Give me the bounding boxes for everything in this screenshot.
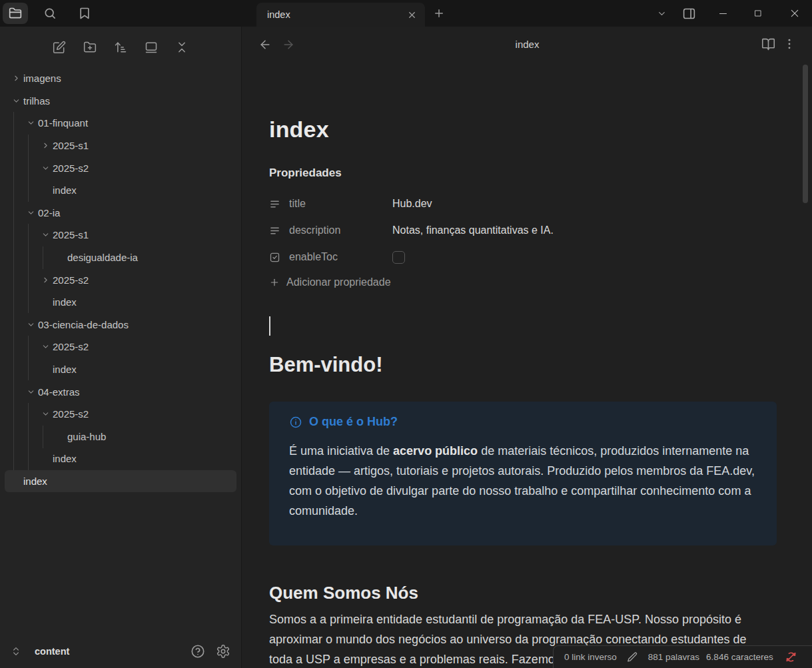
toggle-right-sidebar-icon[interactable] — [681, 0, 697, 27]
tree-item-folder[interactable]: 2025-s2 — [5, 268, 236, 291]
folder-icon — [9, 7, 22, 20]
text-property-icon[interactable] — [269, 198, 281, 210]
tree-item-file[interactable]: index — [5, 291, 236, 314]
chevron-down-icon[interactable] — [24, 119, 38, 127]
collapse-all-icon[interactable] — [173, 39, 191, 56]
sync-disabled-icon[interactable] — [785, 651, 797, 663]
enabletoc-checkbox[interactable] — [392, 251, 405, 264]
heading-bem-vindo[interactable]: Bem-vindo! — [269, 353, 383, 377]
search-tab-button[interactable] — [37, 3, 63, 24]
character-count: 6.846 caracteres — [706, 652, 773, 662]
tab-list-chevron-icon[interactable] — [653, 0, 669, 27]
tree-item-folder[interactable]: 03-ciencia-de-dados — [5, 314, 236, 336]
vault-row: content — [0, 635, 241, 668]
property-name[interactable]: enableToc — [289, 251, 338, 263]
tree-item-label: guia-hub — [67, 431, 106, 442]
bookmarks-tab-button[interactable] — [72, 3, 97, 24]
callout-title-row: O que é o Hub? — [289, 415, 757, 429]
tree-item-file-selected[interactable]: index — [5, 470, 236, 493]
info-callout[interactable]: O que é o Hub? É uma iniciativa de acerv… — [269, 402, 777, 545]
backlinks-count[interactable]: 0 link inverso — [564, 652, 617, 662]
add-property-label: Adicionar propriedade — [286, 276, 391, 288]
chevron-down-icon[interactable] — [9, 97, 23, 105]
tree-item-label: index — [53, 364, 77, 375]
tree-item-label: index — [53, 184, 77, 196]
minimize-button[interactable] — [707, 0, 738, 27]
tree-item-folder[interactable]: 04-extras — [5, 380, 236, 403]
edit-mode-pencil-icon[interactable] — [627, 651, 638, 663]
tree-item-folder[interactable]: 01-finquant — [5, 112, 236, 135]
property-row[interactable]: title Hub.dev — [269, 190, 777, 217]
tree-item-folder[interactable]: 02-ia — [5, 202, 236, 224]
close-button[interactable] — [779, 0, 810, 27]
vault-switcher-icon[interactable] — [11, 646, 24, 657]
chevron-right-icon[interactable] — [39, 141, 53, 150]
tree-item-folder[interactable]: imagens — [5, 67, 236, 90]
chevron-down-icon[interactable] — [39, 164, 53, 172]
tree-item-folder[interactable]: trilhas — [5, 90, 236, 113]
help-icon[interactable] — [191, 644, 205, 659]
chevron-down-icon[interactable] — [24, 320, 38, 329]
more-options-icon[interactable] — [783, 37, 796, 51]
property-row[interactable]: enableToc — [269, 244, 777, 270]
property-row[interactable]: description Notas, finanças quantitativa… — [269, 217, 777, 244]
new-folder-icon[interactable] — [81, 39, 99, 56]
note-title[interactable]: index — [269, 117, 329, 143]
word-count: 881 palavras — [648, 652, 699, 662]
tree-item-file[interactable]: index — [5, 358, 236, 381]
property-name[interactable]: title — [289, 198, 306, 210]
chevron-right-icon[interactable] — [9, 74, 23, 83]
text-property-icon[interactable] — [269, 225, 281, 236]
callout-body: É uma iniciativa de acervo público de ma… — [289, 441, 757, 521]
tree-item-label: 01-finquant — [38, 117, 88, 129]
property-value[interactable]: Notas, finanças quantitativas e IA. — [392, 224, 554, 236]
tab-index[interactable]: index — [256, 3, 425, 27]
vault-name[interactable]: content — [31, 646, 184, 657]
chevron-right-icon[interactable] — [39, 276, 53, 284]
chevron-down-icon[interactable] — [24, 208, 38, 217]
panel-toggle-icon[interactable] — [143, 39, 160, 56]
tree-item-label: trilhas — [23, 95, 50, 107]
checkbox-property-icon[interactable] — [269, 252, 281, 263]
heading-quem-somos[interactable]: Quem Somos Nós — [269, 583, 418, 603]
chevron-down-icon[interactable] — [24, 388, 38, 396]
files-tab-button[interactable] — [3, 3, 28, 24]
tab-close-icon[interactable] — [406, 9, 418, 21]
reading-mode-book-icon[interactable] — [761, 37, 775, 51]
file-explorer-actions — [0, 35, 241, 60]
tree-item-folder[interactable]: 2025-s2 — [5, 336, 236, 358]
tree-item-folder[interactable]: 2025-s1 — [5, 135, 236, 157]
scrollbar-thumb[interactable] — [803, 65, 808, 203]
chevron-down-icon[interactable] — [39, 230, 53, 239]
new-note-icon[interactable] — [51, 39, 68, 56]
property-value[interactable]: Hub.dev — [392, 198, 432, 210]
title-bar: index — [0, 0, 812, 27]
tree-item-file[interactable]: guia-hub — [5, 426, 236, 448]
property-name[interactable]: description — [289, 224, 340, 236]
file-tree: imagens trilhas 01-finquant 2025-s1 2025… — [0, 67, 241, 507]
callout-title: O que é o Hub? — [309, 415, 398, 429]
new-tab-button[interactable] — [433, 7, 445, 19]
editor-pane: index index Propriedades title Hub.dev d… — [242, 27, 812, 668]
tree-item-folder[interactable]: 2025-s2 — [5, 403, 236, 426]
tree-item-file[interactable]: desigualdade-ia — [5, 246, 236, 269]
tree-item-label: index — [53, 453, 77, 464]
note-editor[interactable]: index Propriedades title Hub.dev descrip… — [269, 117, 777, 668]
sidebar-tab-switcher — [0, 0, 97, 27]
tree-item-label: imagens — [23, 73, 61, 84]
add-property-button[interactable]: Adicionar propriedade — [269, 276, 391, 288]
tree-item-label: 2025-s2 — [53, 163, 89, 174]
tree-item-label: 2025-s2 — [53, 341, 89, 352]
chevron-down-icon[interactable] — [39, 342, 53, 351]
settings-gear-icon[interactable] — [216, 644, 230, 659]
tree-item-folder[interactable]: 2025-s2 — [5, 157, 236, 179]
tree-item-folder[interactable]: 2025-s1 — [5, 224, 236, 246]
chevron-down-icon[interactable] — [39, 410, 53, 418]
sort-order-icon[interactable] — [112, 39, 129, 56]
properties-heading[interactable]: Propriedades — [269, 167, 342, 180]
tree-item-file[interactable]: index — [5, 448, 236, 470]
tree-item-file[interactable]: index — [5, 179, 236, 202]
tab-title: index — [267, 9, 406, 20]
maximize-button[interactable] — [743, 0, 773, 27]
tree-item-label: 03-ciencia-de-dados — [38, 319, 129, 330]
